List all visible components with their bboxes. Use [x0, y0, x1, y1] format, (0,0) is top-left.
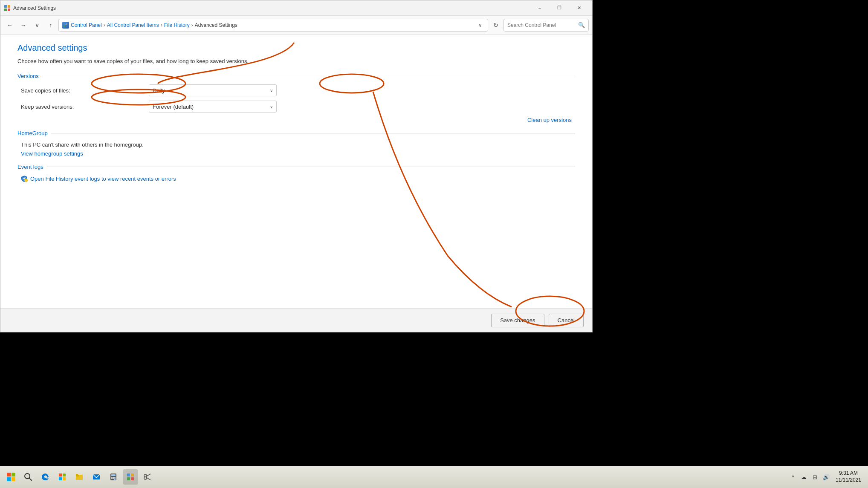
- open-event-log-link[interactable]: Open File History event logs to view rec…: [30, 176, 176, 182]
- address-icon: [62, 22, 69, 29]
- keep-versions-value: Forever (default): [153, 104, 194, 110]
- svg-rect-30: [114, 478, 116, 480]
- separator-3: ›: [191, 22, 193, 28]
- tray-cloud-icon[interactable]: ☁: [799, 469, 809, 485]
- save-copies-dropdown-arrow: ∨: [270, 88, 273, 93]
- taskbar: ^ ☁ ⊟ 🔊 9:31 AM 11/11/2021: [0, 466, 868, 488]
- window-title: Advanced Settings: [13, 5, 530, 11]
- system-tray: ^ ☁ ⊟ 🔊 9:31 AM 11/11/2021: [788, 469, 865, 485]
- window-controls: − ❐ ✕: [530, 0, 589, 16]
- save-copies-dropdown[interactable]: Daily ∨: [149, 84, 277, 96]
- main-window: Advanced Settings − ❐ ✕ ← → ∨ ↑ Control …: [0, 0, 593, 332]
- versions-divider: [42, 76, 575, 76]
- tray-time: 9:31 AM: [839, 470, 858, 477]
- main-content: Advanced settings Choose how often you w…: [0, 35, 592, 308]
- keep-versions-dropdown[interactable]: Forever (default) ∨: [149, 101, 277, 113]
- svg-rect-34: [131, 477, 134, 480]
- keep-versions-label: Keep saved versions:: [21, 104, 149, 110]
- svg-point-13: [25, 474, 30, 479]
- event-logs-label: Event logs: [17, 164, 43, 170]
- back-button[interactable]: ←: [4, 19, 16, 31]
- tray-clock[interactable]: 9:31 AM 11/11/2021: [832, 469, 865, 485]
- footer: Save changes Cancel: [0, 308, 592, 332]
- cancel-button[interactable]: Cancel: [549, 314, 584, 327]
- taskbar-store-button[interactable]: [55, 469, 70, 485]
- keep-versions-dropdown-arrow: ∨: [270, 104, 273, 109]
- svg-rect-26: [113, 477, 114, 478]
- svg-rect-1: [8, 5, 10, 8]
- svg-rect-6: [64, 26, 65, 27]
- save-changes-button[interactable]: Save changes: [491, 314, 544, 327]
- taskbar-search-button[interactable]: [20, 469, 36, 485]
- breadcrumb-all-items[interactable]: All Control Panel Items: [107, 22, 159, 28]
- keep-versions-row: Keep saved versions: Forever (default) ∨: [17, 101, 575, 113]
- svg-text:!: !: [26, 180, 26, 182]
- tray-display-icon[interactable]: ⊟: [810, 469, 820, 485]
- search-bar[interactable]: 🔍: [503, 19, 589, 32]
- restore-button[interactable]: ❐: [550, 0, 569, 16]
- address-dropdown-btn[interactable]: ∨: [476, 21, 484, 29]
- minimize-button[interactable]: −: [530, 0, 550, 16]
- svg-line-37: [147, 474, 151, 476]
- tray-date: 11/11/2021: [836, 477, 861, 484]
- separator-2: ›: [161, 22, 162, 28]
- address-bar[interactable]: Control Panel › All Control Panel Items …: [58, 19, 488, 32]
- up-button[interactable]: ↑: [45, 19, 57, 31]
- taskbar-calc-button[interactable]: [106, 469, 121, 485]
- homegroup-description: This PC can't share with others in the h…: [17, 141, 575, 148]
- homegroup-label: HomeGroup: [17, 130, 48, 136]
- breadcrumb-control-panel[interactable]: Control Panel: [71, 22, 102, 28]
- svg-rect-16: [63, 474, 66, 476]
- svg-rect-17: [59, 477, 62, 480]
- svg-rect-29: [113, 478, 114, 479]
- close-button[interactable]: ✕: [569, 0, 589, 16]
- save-copies-control: Daily ∨: [149, 84, 277, 96]
- svg-line-14: [29, 478, 32, 480]
- search-icon[interactable]: 🔍: [578, 22, 585, 28]
- tray-volume-icon[interactable]: 🔊: [821, 469, 831, 485]
- event-log-row: ! Open File History event logs to view r…: [17, 175, 575, 182]
- versions-section-header: Versions: [17, 73, 575, 79]
- taskbar-control-panel-button[interactable]: [123, 469, 138, 485]
- svg-rect-28: [111, 478, 113, 479]
- svg-rect-3: [8, 9, 10, 11]
- svg-rect-0: [4, 5, 7, 8]
- tray-chevron[interactable]: ^: [788, 469, 798, 485]
- svg-rect-21: [76, 474, 78, 476]
- keep-versions-control: Forever (default) ∨: [149, 101, 277, 113]
- cleanup-versions-link[interactable]: Clean up versions: [527, 117, 572, 123]
- breadcrumb-file-history[interactable]: File History: [164, 22, 190, 28]
- start-button[interactable]: [3, 469, 19, 485]
- svg-rect-24: [111, 474, 116, 476]
- taskbar-mail-button[interactable]: [89, 469, 104, 485]
- homegroup-divider: [51, 133, 575, 133]
- taskbar-snip-button[interactable]: [140, 469, 155, 485]
- svg-point-35: [144, 474, 147, 477]
- svg-rect-4: [64, 23, 66, 25]
- save-copies-value: Daily: [153, 87, 165, 94]
- homegroup-section-header: HomeGroup: [17, 130, 575, 136]
- search-input[interactable]: [507, 22, 576, 28]
- refresh-button[interactable]: ↻: [490, 19, 502, 31]
- event-logs-section-header: Event logs: [17, 164, 575, 170]
- svg-rect-2: [4, 9, 7, 11]
- save-copies-label: Save copies of files:: [21, 87, 149, 94]
- taskbar-edge-button[interactable]: [38, 469, 53, 485]
- svg-rect-5: [66, 23, 67, 25]
- cleanup-link-row: Clean up versions: [17, 117, 575, 123]
- event-logs-divider: [47, 167, 575, 167]
- page-title: Advanced settings: [17, 43, 575, 53]
- svg-rect-32: [131, 474, 134, 476]
- svg-line-38: [147, 478, 151, 480]
- versions-label: Versions: [17, 73, 39, 79]
- view-homegroup-link[interactable]: View homegroup settings: [21, 150, 83, 157]
- forward-button[interactable]: →: [17, 19, 29, 31]
- title-bar: Advanced Settings − ❐ ✕: [0, 0, 592, 16]
- svg-rect-25: [111, 477, 113, 478]
- window-icon: [4, 5, 11, 12]
- event-log-icon: !: [21, 175, 28, 182]
- down-button[interactable]: ∨: [31, 19, 43, 31]
- taskbar-explorer-button[interactable]: [72, 469, 87, 485]
- svg-rect-31: [127, 474, 130, 476]
- separator-1: ›: [104, 22, 105, 28]
